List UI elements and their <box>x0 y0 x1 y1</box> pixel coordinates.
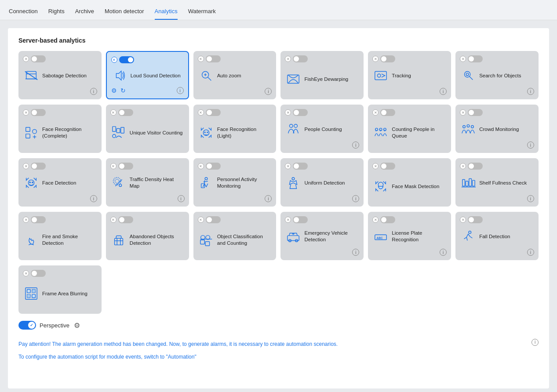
toggle-loud-sound[interactable] <box>119 56 134 63</box>
toggle-x-frame-blurring[interactable]: ✕ <box>23 270 29 276</box>
info-people-counting[interactable]: i <box>352 142 359 149</box>
card-face-detection[interactable]: ✕ Face Detection <box>18 158 102 207</box>
nav-motion-detector[interactable]: Motion detector <box>105 6 144 20</box>
toggle-x-traffic-density[interactable]: ✕ <box>110 163 116 169</box>
toggle-x-license-plate[interactable]: ✕ <box>372 217 379 223</box>
info-traffic-density[interactable]: i <box>178 195 185 202</box>
card-face-recognition-light[interactable]: ✕ Face Recognition (Light <box>193 105 277 153</box>
toggle-x-fisheye[interactable]: ✕ <box>285 56 291 62</box>
nav-archive[interactable]: Archive <box>75 6 94 20</box>
card-unique-visitor[interactable]: ✕ Unique Visitor Counting <box>106 105 189 153</box>
nav-connection[interactable]: Connection <box>9 6 38 20</box>
toggle-auto-zoom[interactable] <box>206 55 221 62</box>
card-uniform-detection[interactable]: ✕ Uniform Detection i <box>280 158 364 207</box>
card-fall-detection[interactable]: ✕ Fall Detection i <box>455 212 539 260</box>
toggle-x-auto-zoom[interactable]: ✕ <box>198 56 204 62</box>
toggle-face-detection[interactable] <box>31 163 46 170</box>
toggle-object-classification[interactable] <box>206 216 221 223</box>
toggle-tracking[interactable] <box>380 55 395 62</box>
toggle-search-objects[interactable] <box>468 55 483 62</box>
toggle-x-counting-queue[interactable]: ✕ <box>372 109 379 116</box>
toggle-x-face-rec-complete[interactable]: ✕ <box>23 109 29 116</box>
toggle-counting-queue[interactable] <box>380 109 395 116</box>
toggle-x-face-detection[interactable]: ✕ <box>23 163 29 169</box>
toggle-traffic-density[interactable] <box>118 163 133 170</box>
toggle-uniform-detection[interactable] <box>293 163 308 170</box>
toggle-fisheye[interactable] <box>293 55 308 62</box>
card-face-mask[interactable]: ✕ Face Mask Detection <box>368 158 451 207</box>
settings-icon[interactable]: ⚙ <box>111 87 117 94</box>
refresh-icon[interactable]: ↻ <box>120 87 126 94</box>
nav-watermark[interactable]: Watermark <box>188 6 216 20</box>
info-personnel-activity[interactable]: i <box>265 195 272 202</box>
toggle-x-tracking[interactable]: ✕ <box>372 56 379 62</box>
toggle-x-face-mask[interactable]: ✕ <box>372 163 379 169</box>
info-search-objects[interactable]: i <box>527 88 534 95</box>
toggle-license-plate[interactable] <box>380 216 395 223</box>
info-crowd-monitoring[interactable]: i <box>527 142 534 149</box>
toggle-face-rec-light[interactable] <box>206 109 221 116</box>
toggle-crowd-monitoring[interactable] <box>468 109 483 116</box>
toggle-x-emergency-vehicle[interactable]: ✕ <box>285 217 291 223</box>
toggle-x-crowd-monitoring[interactable]: ✕ <box>460 109 466 116</box>
toggle-unique-visitor[interactable] <box>118 109 133 116</box>
info-license-plate[interactable]: i <box>440 249 447 256</box>
card-search-objects[interactable]: ✕ Search for Objects i <box>455 51 539 99</box>
toggle-x-object-classification[interactable]: ✕ <box>198 217 204 223</box>
info-sabotage[interactable]: i <box>90 88 97 95</box>
toggle-face-rec-complete[interactable] <box>31 109 46 116</box>
toggle-fall-detection[interactable] <box>468 216 483 223</box>
toggle-personnel-activity[interactable] <box>206 163 221 170</box>
card-face-recognition-complete[interactable]: ✕ Face Recognition (Complete) <box>18 105 102 153</box>
card-sabotage[interactable]: ✕ Sabotage Detection i <box>18 51 102 99</box>
info-tracking[interactable]: i <box>440 88 447 95</box>
card-object-classification[interactable]: ✕ Object Classification and Counting <box>193 212 277 260</box>
toggle-x-loud-sound[interactable]: ✕ <box>111 57 117 63</box>
card-tracking[interactable]: ✕ Tracking i <box>368 51 451 99</box>
card-personnel-activity[interactable]: ✕ Personnel Activity Monitoring <box>193 158 277 207</box>
card-people-counting[interactable]: ✕ People Counting i <box>280 105 364 153</box>
toggle-shelf-fullness[interactable] <box>468 163 483 170</box>
card-fire-smoke[interactable]: ✕ Fire and Smoke Detection <box>18 212 102 260</box>
toggle-abandoned-objects[interactable] <box>118 216 133 223</box>
toggle-x-sabotage[interactable]: ✕ <box>23 56 29 62</box>
info-shelf-fullness[interactable]: i <box>527 195 534 202</box>
perspective-toggle[interactable]: Perspective <box>18 321 69 330</box>
toggle-x-fall-detection[interactable]: ✕ <box>460 217 466 223</box>
card-auto-zoom[interactable]: ✕ Auto zoom i <box>193 51 277 99</box>
toggle-x-abandoned-objects[interactable]: ✕ <box>110 217 116 223</box>
toggle-face-mask[interactable] <box>380 163 395 170</box>
card-emergency-vehicle[interactable]: ✕ Emergency Vehicle Detection <box>280 212 364 260</box>
toggle-x-face-rec-light[interactable]: ✕ <box>198 109 204 116</box>
toggle-emergency-vehicle[interactable] <box>293 216 308 223</box>
card-traffic-density[interactable]: ✕ Traffic Density Heat Map i <box>106 158 189 207</box>
card-counting-queue[interactable]: ✕ 1 2 3 Countin <box>368 105 451 153</box>
card-abandoned-objects[interactable]: ✕ Abandoned Objects Detection <box>106 212 189 260</box>
info-emergency-vehicle[interactable]: i <box>352 249 359 256</box>
card-license-plate[interactable]: ✕ ABC License Plate Recognition i <box>368 212 451 260</box>
perspective-switch[interactable] <box>18 321 36 330</box>
card-shelf-fullness[interactable]: ✕ Shelf Fullness Check i <box>455 158 539 207</box>
nav-analytics[interactable]: Analytics <box>155 6 178 20</box>
info-notice[interactable]: i <box>532 339 539 346</box>
card-fisheye[interactable]: ✕ FishEye Dewarping <box>280 51 364 99</box>
sliders-icon[interactable]: ⚙ <box>74 321 80 330</box>
toggle-people-counting[interactable] <box>293 109 308 116</box>
toggle-x-uniform-detection[interactable]: ✕ <box>285 163 291 169</box>
toggle-x-fire-smoke[interactable]: ✕ <box>23 217 29 223</box>
toggle-sabotage[interactable] <box>31 55 46 62</box>
info-fall-detection[interactable]: i <box>527 249 534 256</box>
card-frame-area-blurring[interactable]: ✕ Frame Area Blurring <box>18 265 102 314</box>
info-auto-zoom[interactable]: i <box>265 88 272 95</box>
card-crowd-monitoring[interactable]: ✕ Crowd Monitoring i <box>455 105 539 153</box>
info-loud-sound[interactable]: i <box>177 87 184 94</box>
nav-rights[interactable]: Rights <box>48 6 65 20</box>
info-uniform-detection[interactable]: i <box>352 195 359 202</box>
toggle-fire-smoke[interactable] <box>31 216 46 223</box>
info-face-detection[interactable]: i <box>90 195 97 202</box>
toggle-x-shelf-fullness[interactable]: ✕ <box>460 163 466 169</box>
toggle-x-unique-visitor[interactable]: ✕ <box>110 109 116 116</box>
toggle-x-search-objects[interactable]: ✕ <box>460 56 466 62</box>
card-loud-sound[interactable]: ✕ Loud Sound Detection ⚙ ↻ <box>106 51 189 99</box>
toggle-x-people-counting[interactable]: ✕ <box>285 109 291 116</box>
